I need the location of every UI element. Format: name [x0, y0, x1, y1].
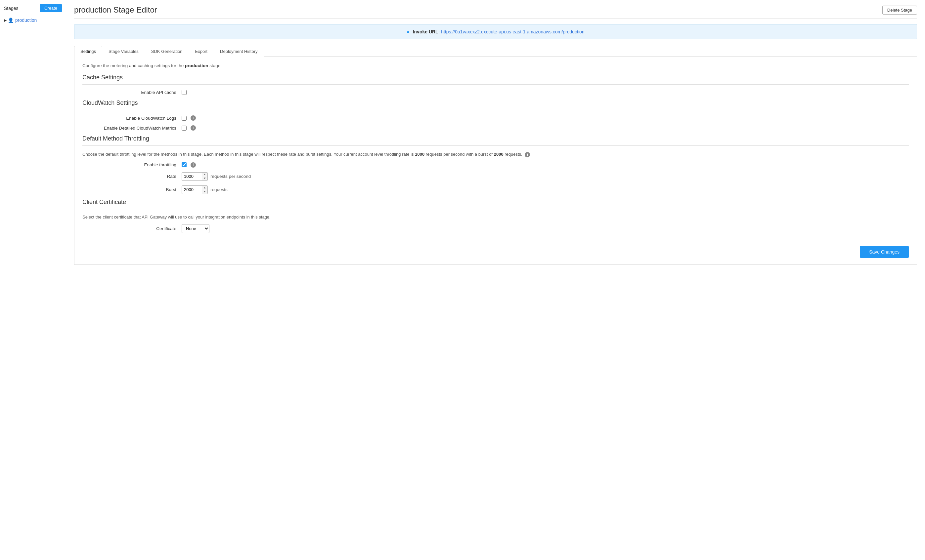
cloudwatch-settings-title: CloudWatch Settings — [82, 99, 909, 107]
burst-unit: requests — [210, 187, 227, 192]
sidebar-title: Stages — [4, 6, 18, 11]
rate-spinner: 1000 ▲ ▼ — [182, 172, 208, 181]
enable-cloudwatch-logs-checkbox[interactable] — [182, 116, 187, 121]
create-button[interactable]: Create — [40, 4, 62, 12]
cache-settings-title: Cache Settings — [82, 74, 909, 81]
page-title: production Stage Editor — [74, 5, 157, 15]
enable-throttling-checkbox[interactable] — [182, 162, 187, 167]
enable-cloudwatch-logs-row: Enable CloudWatch Logs i — [82, 116, 909, 121]
certificate-title: Client Certificate — [82, 199, 909, 206]
invoke-url-label: Invoke URL: — [413, 29, 440, 35]
sidebar: Stages Create ▶ 👤 production — [0, 0, 66, 560]
settings-panel: Configure the metering and caching setti… — [74, 57, 917, 265]
rate-up-arrow[interactable]: ▲ — [202, 173, 208, 177]
cache-divider — [82, 84, 909, 85]
save-row: Save Changes — [82, 241, 909, 258]
status-dot: ● — [407, 29, 409, 35]
enable-cloudwatch-metrics-label: Enable Detailed CloudWatch Metrics — [96, 126, 182, 131]
rate-control: 1000 ▲ ▼ requests per second — [182, 172, 251, 181]
enable-cloudwatch-metrics-checkbox[interactable] — [182, 126, 187, 131]
tab-stage-variables[interactable]: Stage Variables — [102, 46, 145, 57]
chevron-right-icon: ▶ — [4, 18, 7, 23]
enable-throttling-row: Enable throttling i — [82, 162, 909, 168]
enable-api-cache-label: Enable API cache — [96, 90, 182, 95]
enable-throttling-control: i — [182, 162, 196, 168]
rate-label: Rate — [96, 174, 182, 179]
burst-label: Burst — [96, 187, 182, 192]
certificate-label: Certificate — [96, 226, 182, 231]
rate-input[interactable]: 1000 — [182, 173, 202, 180]
throttling-title: Default Method Throttling — [82, 135, 909, 142]
rate-arrows: ▲ ▼ — [202, 173, 208, 180]
settings-intro: Configure the metering and caching setti… — [82, 63, 909, 68]
certificate-divider — [82, 209, 909, 209]
tab-deployment-history[interactable]: Deployment History — [214, 46, 264, 57]
enable-throttling-label: Enable throttling — [96, 162, 182, 167]
save-changes-button[interactable]: Save Changes — [860, 246, 909, 258]
tabs-container: Settings Stage Variables SDK Generation … — [74, 46, 917, 57]
burst-up-arrow[interactable]: ▲ — [202, 186, 208, 190]
main-header: production Stage Editor Delete Stage — [74, 5, 917, 19]
enable-cloudwatch-metrics-control: i — [182, 125, 196, 131]
tab-sdk-generation[interactable]: SDK Generation — [145, 46, 189, 57]
tab-export[interactable]: Export — [188, 46, 214, 57]
sidebar-item-production[interactable]: ▶ 👤 production — [0, 15, 66, 25]
certificate-description: Select the client certificate that API G… — [82, 215, 909, 219]
burst-row: Burst 2000 ▲ ▼ requests — [82, 185, 909, 194]
throttling-info-icon[interactable]: i — [191, 162, 196, 168]
throttling-description: Choose the default throttling level for … — [82, 151, 909, 158]
cloudwatch-metrics-info-icon[interactable]: i — [191, 125, 196, 131]
enable-cloudwatch-logs-control: i — [182, 116, 196, 121]
rate-unit: requests per second — [210, 174, 251, 179]
throttling-desc-info-icon[interactable]: i — [525, 152, 530, 158]
burst-input[interactable]: 2000 — [182, 186, 202, 194]
enable-api-cache-row: Enable API cache — [82, 90, 909, 95]
user-icon: 👤 — [8, 18, 14, 23]
tab-settings[interactable]: Settings — [74, 46, 102, 57]
enable-api-cache-control — [182, 90, 187, 95]
certificate-row: Certificate None — [82, 224, 909, 233]
invoke-url-banner: ● Invoke URL: https://0a1vaxexz2.execute… — [74, 24, 917, 39]
burst-down-arrow[interactable]: ▼ — [202, 190, 208, 194]
delete-stage-button[interactable]: Delete Stage — [882, 6, 917, 15]
cloudwatch-logs-info-icon[interactable]: i — [191, 116, 196, 121]
rate-row: Rate 1000 ▲ ▼ requests per second — [82, 172, 909, 181]
burst-arrows: ▲ ▼ — [202, 186, 208, 194]
enable-cloudwatch-logs-label: Enable CloudWatch Logs — [96, 116, 182, 121]
rate-down-arrow[interactable]: ▼ — [202, 177, 208, 180]
burst-control: 2000 ▲ ▼ requests — [182, 185, 227, 194]
sidebar-item-label: production — [15, 18, 37, 23]
burst-spinner: 2000 ▲ ▼ — [182, 185, 208, 194]
sidebar-header: Stages Create — [0, 4, 66, 15]
certificate-control: None — [182, 224, 209, 233]
main-content: production Stage Editor Delete Stage ● I… — [66, 0, 925, 560]
enable-api-cache-checkbox[interactable] — [182, 90, 187, 95]
enable-cloudwatch-metrics-row: Enable Detailed CloudWatch Metrics i — [82, 125, 909, 131]
invoke-url-link[interactable]: https://0a1vaxexz2.execute-api.us-east-1… — [441, 29, 584, 35]
throttling-divider — [82, 146, 909, 146]
certificate-select[interactable]: None — [182, 224, 209, 233]
